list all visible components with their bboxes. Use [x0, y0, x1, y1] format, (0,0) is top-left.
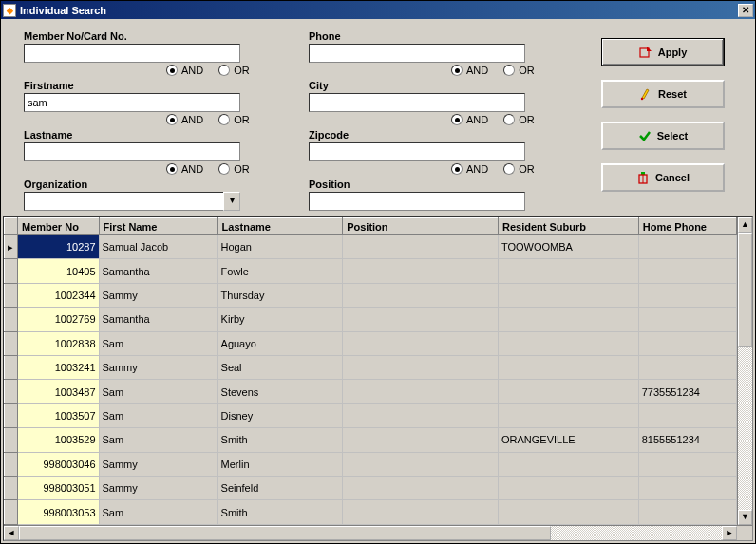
cell[interactable]: 1002344	[17, 283, 99, 307]
cell[interactable]: 998003051	[17, 477, 99, 500]
col-position[interactable]: Position	[343, 218, 499, 235]
city-or-radio[interactable]: OR	[503, 114, 535, 125]
cell[interactable]	[498, 356, 638, 380]
table-row[interactable]: ▸10287Samual JacobHoganTOOWOOMBA	[5, 235, 737, 259]
cell[interactable]	[498, 331, 638, 355]
cell[interactable]: Smith	[217, 428, 343, 452]
cell[interactable]	[498, 500, 638, 525]
cell[interactable]	[638, 477, 736, 500]
table-row[interactable]: 998003046SammyMerlin	[5, 452, 737, 476]
table-row[interactable]: 1002344SammyThursday	[5, 283, 737, 307]
cell[interactable]: Sam	[99, 428, 217, 452]
cell[interactable]: 8155551234	[638, 428, 736, 452]
hscroll-thumb[interactable]	[19, 526, 551, 540]
cell[interactable]	[638, 331, 736, 355]
cell[interactable]	[498, 259, 638, 283]
phone-or-radio[interactable]: OR	[503, 65, 535, 76]
cell[interactable]: TOOWOOMBA	[498, 235, 638, 259]
cancel-button[interactable]: Cancel	[601, 163, 725, 192]
city-and-radio[interactable]: AND	[451, 114, 488, 125]
col-member-no[interactable]: Member No	[17, 218, 99, 235]
cell[interactable]: Sam	[99, 380, 217, 403]
table-row[interactable]: 1002838SamAguayo	[5, 331, 737, 355]
member-no-input[interactable]	[24, 44, 240, 63]
cell[interactable]: Sammy	[99, 452, 217, 476]
cell[interactable]: Samual Jacob	[99, 235, 217, 259]
results-grid[interactable]: Member No First Name Lastname Position R…	[4, 217, 737, 525]
cell[interactable]	[343, 500, 499, 525]
cell[interactable]	[343, 235, 499, 259]
col-home-phone[interactable]: Home Phone	[638, 218, 736, 235]
cell[interactable]	[343, 259, 499, 283]
vscroll-track[interactable]	[738, 233, 752, 510]
cell[interactable]	[498, 452, 638, 476]
cell[interactable]: Thursday	[217, 283, 343, 307]
vscroll-thumb[interactable]	[738, 233, 752, 347]
cell[interactable]: 10287	[17, 235, 99, 259]
cell[interactable]	[638, 283, 736, 307]
scroll-up-button[interactable]: ▲	[738, 217, 752, 233]
cell[interactable]: 1003487	[17, 380, 99, 403]
position-input[interactable]	[309, 192, 525, 211]
cell[interactable]: Sammy	[99, 283, 217, 307]
table-row[interactable]: 1003529SamSmithORANGEVILLE8155551234	[5, 428, 737, 452]
cell[interactable]	[343, 403, 499, 427]
cell[interactable]	[343, 356, 499, 380]
col-first-name[interactable]: First Name	[99, 218, 217, 235]
cell[interactable]: Sam	[99, 403, 217, 427]
phone-input[interactable]	[309, 44, 525, 63]
cell[interactable]: 1002838	[17, 331, 99, 355]
horizontal-scrollbar[interactable]: ◄ ►	[4, 525, 752, 540]
firstname-input[interactable]	[24, 93, 240, 112]
phone-and-radio[interactable]: AND	[451, 65, 488, 76]
lastname-or-radio[interactable]: OR	[218, 163, 250, 175]
cell[interactable]: Hogan	[217, 235, 343, 259]
firstname-or-radio[interactable]: OR	[218, 114, 250, 125]
city-input[interactable]	[309, 93, 525, 112]
zipcode-input[interactable]	[309, 142, 525, 161]
lastname-input[interactable]	[24, 142, 240, 161]
cell[interactable]	[498, 380, 638, 403]
cell[interactable]	[343, 452, 499, 476]
cell[interactable]: 7735551234	[638, 380, 736, 403]
cell[interactable]: Stevens	[217, 380, 343, 403]
cell[interactable]	[638, 308, 736, 331]
reset-button[interactable]: Reset	[601, 80, 725, 108]
member-no-or-radio[interactable]: OR	[218, 65, 250, 76]
close-button[interactable]: ✕	[738, 4, 753, 17]
cell[interactable]: Seinfeld	[217, 477, 343, 500]
cell[interactable]	[638, 403, 736, 427]
table-row[interactable]: 1003487SamStevens7735551234	[5, 380, 737, 403]
cell[interactable]: Sam	[99, 331, 217, 355]
cell[interactable]	[343, 283, 499, 307]
member-no-and-radio[interactable]: AND	[166, 65, 203, 76]
apply-button[interactable]: Apply	[601, 38, 725, 66]
cell[interactable]	[638, 259, 736, 283]
firstname-and-radio[interactable]: AND	[166, 114, 203, 125]
cell[interactable]: Aguayo	[217, 331, 343, 355]
cell[interactable]: Sammy	[99, 356, 217, 380]
table-row[interactable]: 10405SamanthaFowle	[5, 259, 737, 283]
cell[interactable]	[343, 428, 499, 452]
organization-input[interactable]	[24, 192, 223, 211]
zipcode-or-radio[interactable]: OR	[503, 163, 535, 175]
cell[interactable]: Seal	[217, 356, 343, 380]
cell[interactable]: 998003053	[17, 500, 99, 525]
cell[interactable]	[498, 477, 638, 500]
select-button[interactable]: Select	[601, 122, 725, 150]
vertical-scrollbar[interactable]: ▲ ▼	[737, 217, 752, 525]
cell[interactable]	[638, 500, 736, 525]
cell[interactable]: 1003529	[17, 428, 99, 452]
col-lastname[interactable]: Lastname	[217, 218, 343, 235]
cell[interactable]: 1003241	[17, 356, 99, 380]
cell[interactable]	[343, 380, 499, 403]
cell[interactable]: Merlin	[217, 452, 343, 476]
table-row[interactable]: 1002769SamanthaKirby	[5, 308, 737, 331]
table-row[interactable]: 998003051SammySeinfeld	[5, 477, 737, 500]
cell[interactable]	[498, 308, 638, 331]
cell[interactable]	[498, 283, 638, 307]
lastname-and-radio[interactable]: AND	[166, 163, 203, 175]
cell[interactable]: ORANGEVILLE	[498, 428, 638, 452]
cell[interactable]: Sam	[99, 500, 217, 525]
table-row[interactable]: 998003053SamSmith	[5, 500, 737, 525]
